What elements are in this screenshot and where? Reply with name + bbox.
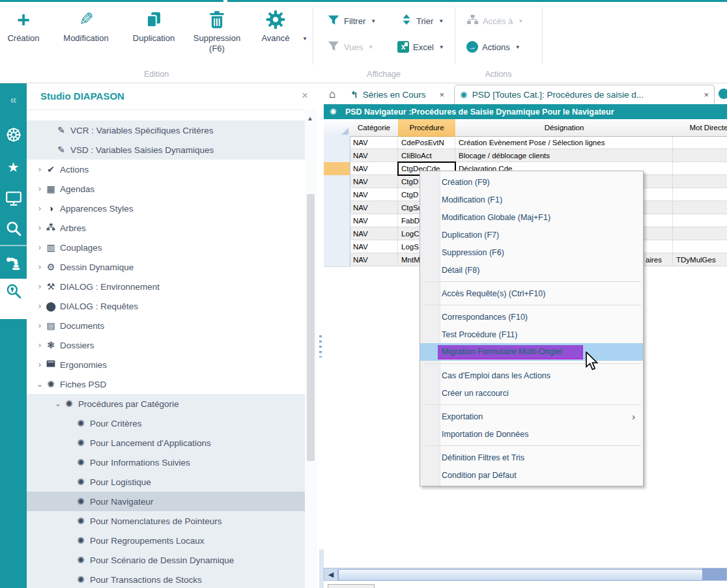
cell-mot-directeur[interactable] [673,240,727,253]
cell-mot-directeur[interactable] [673,136,727,149]
tree-item-pour-logistique[interactable]: ✺Pour Logistique [27,472,305,492]
tree-item-pour-sc-nario-de-dessin-dynamique[interactable]: ✺Pour Scénario de Dessin Dynamique [27,550,305,570]
chevron-right-icon[interactable]: › [36,360,44,369]
menu-item-importation-de-donn-es[interactable]: Importation de Données [420,425,643,443]
tree-item-pour-lancement-d-applications[interactable]: ✺Pour Lancement d'Applications [27,433,305,453]
cration-button[interactable]: + Création [0,7,47,44]
avanc-button[interactable]: Avancé [251,7,300,44]
menu-item-d-tail-f8[interactable]: Détail (F8) [420,261,643,279]
tree-item-apparences-styles[interactable]: ›◑Apparences Styles [27,199,305,218]
tree-item-vsd-variables-saisies-dynamiques[interactable]: ✎VSD : Variables Saisies Dynamiques [27,140,305,160]
cell-mot-directeur[interactable] [673,149,727,162]
scrollbar-thumb[interactable] [307,194,315,461]
collapse-sidebar-icon[interactable]: « [0,90,27,109]
column-header-proc-dure[interactable]: Procédure [398,119,456,137]
chevron-right-icon[interactable]: › [36,321,44,330]
menu-item-test-proc-dure-f11[interactable]: Test Procédure (F11) [420,326,643,343]
cell-procedure[interactable]: CdePosEvtN [398,136,455,149]
tree-item-dossiers[interactable]: ›❃Dossiers [27,335,305,355]
tree-item-ergonomies[interactable]: ›Ergonomies [27,355,305,374]
cell-categorie[interactable]: NAV [350,240,398,253]
excel-button[interactable]: x Excel ▼ [397,38,444,55]
cell-mot-directeur[interactable] [673,175,727,188]
cell-mot-directeur[interactable] [673,162,727,175]
chevron-right-icon[interactable]: › [36,282,44,291]
favorites-star-icon[interactable]: ★ [0,158,27,177]
column-header-cat-gorie[interactable]: Catégorie [350,119,399,137]
chevron-down-icon[interactable]: ▼ [302,36,307,42]
row-selector[interactable] [324,175,350,189]
tree-item-dialog-requ-tes[interactable]: ›⬤DIALOG : Requêtes [27,296,305,316]
tree-scrollbar[interactable]: ▲ [305,109,317,588]
row-selector[interactable] [324,149,350,163]
cell-designation[interactable]: Blocage / déblocage clients [455,149,673,162]
menu-item-modification-globale-maj-f1[interactable]: Modification Globale (Maj+F1) [420,208,643,226]
tree-item-pour-informations-suivies[interactable]: ✺Pour Informations Suivies [27,453,305,472]
bottom-button-partial[interactable] [328,584,375,588]
wheel-icon[interactable] [0,125,27,145]
row-selector[interactable] [324,240,350,254]
cell-categorie[interactable]: NAV [350,136,398,149]
tree-item-vcr-variables-sp-cifiques-crit-res[interactable]: ✎VCR : Variables Spécifiques Critères [27,120,305,140]
menu-item-correspondances-f10[interactable]: Correspondances (F10) [420,308,643,326]
row-selector[interactable] [324,201,350,215]
close-icon[interactable]: × [302,89,308,102]
cell-mot-directeur[interactable] [673,227,727,240]
menu-item-migration-formulaire-multi-onglet[interactable]: Migration Formulaire Multi-Onglet [420,343,643,361]
menu-item-modification-f1[interactable]: Modification (F1) [420,191,643,208]
menu-item-exportation[interactable]: Exportation› [420,408,643,425]
suppression-button[interactable]: Suppression(F6) [185,7,249,54]
row-selector[interactable] [324,227,350,241]
tree-item-pour-nomenclatures-de-pointeurs[interactable]: ✺Pour Nomenclatures de Pointeurs [27,511,305,531]
cell-categorie[interactable]: NAV [350,149,398,162]
tree-item-pour-crit-res[interactable]: ✺Pour Critères [27,413,305,433]
menu-item-d-finition-filtres-et-tris[interactable]: Définition Filtres et Tris [420,449,643,466]
tree-item-proc-dures-par-cat-gorie[interactable]: ⌄✺Procédures par Catégorie [27,394,305,413]
splitter-handle-icon[interactable] [319,335,322,357]
tree-item-pour-regroupements-locaux[interactable]: ✺Pour Regroupements Locaux [27,531,305,550]
tab-2[interactable]: ✺ PSD [Toutes Cat.]: Procédures de saisi… [454,85,715,104]
close-icon[interactable]: × [439,90,444,100]
tree-item-fiches-psd[interactable]: ⌄✺Fiches PSD [27,374,305,394]
tree-item-pour-transactions-de-stocks[interactable]: ✺Pour Transactions de Stocks [27,570,305,588]
chevron-right-icon[interactable]: › [36,184,44,193]
row-selector[interactable] [324,162,350,176]
tree-item-dessin-dynamique[interactable]: ›⚙Dessin Dynamique [27,257,305,277]
cell-categorie[interactable]: NAV [350,162,398,175]
cell-designation[interactable]: Création Evènement Pose / Sélection lign… [455,136,673,149]
cell-categorie[interactable]: NAV [350,201,398,214]
hscrollbar-thumb[interactable] [338,569,703,581]
cell-mot-directeur[interactable] [673,214,727,227]
tree-item-couplages[interactable]: ›▥Couplages [27,238,305,257]
chevron-right-icon[interactable]: › [36,341,44,350]
menu-item-cr-er-un-raccourci[interactable]: Créer un raccourci [420,384,643,402]
tree-item-pour-navigateur[interactable]: ✺Pour Navigateur [27,492,305,511]
row-selector[interactable] [324,253,350,267]
chevron-right-icon[interactable]: › [36,301,44,311]
actions-button[interactable]: → Actions ▼ [466,38,520,55]
cell-mot-directeur[interactable] [673,188,727,201]
menu-item-suppression-f6[interactable]: Suppression (F6) [420,244,643,261]
chevron-right-icon[interactable]: › [36,223,44,232]
cell-procedure[interactable]: CliBloAct [398,149,455,162]
cell-categorie[interactable]: NAV [350,214,398,227]
select-all-corner[interactable] [324,119,350,137]
menu-item-acc-s-requ-te-s-ctrl-f10[interactable]: Accès Requête(s) (Ctrl+F10) [420,285,643,302]
column-header-mot-directeur[interactable]: Mot Directeur [673,119,727,137]
search-icon[interactable] [0,219,27,238]
column-header-d-signation[interactable]: Désignation [455,119,674,137]
monitor-icon[interactable] [0,189,27,208]
tree-item-documents[interactable]: ›▤Documents [27,316,305,335]
modification-button[interactable]: ✎ Modification [50,7,122,44]
filtrer-button[interactable]: Filtrer ▼ [327,12,376,29]
cell-categorie[interactable]: NAV [350,175,398,188]
chevron-down-icon[interactable]: ⌄ [54,399,62,408]
row-selector[interactable] [324,136,350,150]
row-selector[interactable] [324,188,350,202]
next-tab-partial-icon[interactable] [719,89,727,99]
horizontal-scrollbar[interactable]: ◀ [324,568,727,581]
duplication-button[interactable]: Duplication [124,7,184,44]
tree-item-actions[interactable]: ›✔Actions [27,160,305,179]
cell-categorie[interactable]: NAV [350,188,398,201]
row-selector[interactable] [324,214,350,228]
